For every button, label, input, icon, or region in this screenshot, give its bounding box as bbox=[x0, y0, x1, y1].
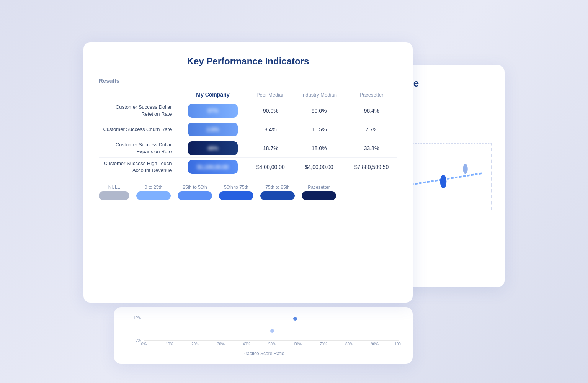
industry-median-value: 10.5% bbox=[292, 120, 346, 139]
pacesetter-value: $7,880,509.50 bbox=[346, 158, 397, 177]
legend-item: Pacesetter bbox=[302, 185, 336, 200]
svg-text:50%: 50% bbox=[268, 342, 276, 346]
chart-card: 10% 0% 0% 10% 20% 30% 40% 50% 60% 70% 80… bbox=[114, 307, 413, 364]
svg-text:70%: 70% bbox=[320, 342, 327, 346]
legend-item: 25th to 50th bbox=[178, 185, 212, 200]
col-header-industry: Industry Median bbox=[292, 89, 346, 101]
chart-x-label: Practice Score Ratio bbox=[126, 351, 401, 356]
peer-median-value: 18.7% bbox=[248, 139, 292, 158]
legend-label: Pacesetter bbox=[308, 185, 330, 190]
svg-text:40%: 40% bbox=[243, 342, 250, 346]
pacesetter-value: 96.4% bbox=[346, 101, 397, 120]
my-company-value: $1,100,00.00 bbox=[177, 158, 249, 177]
pacesetter-value: 2.7% bbox=[346, 120, 397, 139]
company-pill: 48% bbox=[188, 141, 238, 155]
legend-item: 50th to 75th bbox=[219, 185, 253, 200]
legend-item: 0 to 25th bbox=[136, 185, 171, 200]
peer-median-value: 8.4% bbox=[248, 120, 292, 139]
legend-label: NULL bbox=[108, 185, 120, 190]
results-label: Results bbox=[99, 77, 397, 84]
table-row: Customer Success Dollar Retetion Rate 97… bbox=[99, 101, 397, 120]
svg-text:0%: 0% bbox=[141, 342, 147, 346]
industry-median-value: 18.0% bbox=[292, 139, 346, 158]
svg-point-21 bbox=[270, 329, 274, 333]
legend-item: NULL bbox=[99, 185, 129, 200]
pacesetter-value: 33.8% bbox=[346, 139, 397, 158]
svg-text:80%: 80% bbox=[345, 342, 353, 346]
svg-text:30%: 30% bbox=[217, 342, 225, 346]
metric-label: Customer Success Dollar Expansion Rate bbox=[99, 139, 177, 158]
industry-median-value: $4,00,00.00 bbox=[292, 158, 346, 177]
svg-point-4 bbox=[463, 164, 468, 174]
svg-text:90%: 90% bbox=[371, 342, 379, 346]
metric-label: Customer Success Churn Rate bbox=[99, 120, 177, 139]
col-header-pacesetter: Pacesetter bbox=[346, 89, 397, 101]
company-pill: 97% bbox=[188, 104, 238, 118]
legend-item: 75th to 85th bbox=[260, 185, 295, 200]
legend-label: 75th to 85th bbox=[265, 185, 289, 190]
svg-text:100%: 100% bbox=[394, 342, 401, 346]
kpi-card-title: Key Performance Indicators bbox=[99, 56, 397, 67]
svg-text:20%: 20% bbox=[191, 342, 199, 346]
legend-label: 50th to 75th bbox=[224, 185, 248, 190]
svg-text:60%: 60% bbox=[294, 342, 302, 346]
industry-median-value: 90.0% bbox=[292, 101, 346, 120]
svg-point-3 bbox=[440, 175, 447, 188]
svg-point-22 bbox=[293, 317, 297, 321]
legend-label: 25th to 50th bbox=[183, 185, 207, 190]
my-company-value: 2.8% bbox=[177, 120, 249, 139]
chart-area: 10% 0% 0% 10% 20% 30% 40% 50% 60% 70% 80… bbox=[126, 315, 401, 349]
svg-text:10%: 10% bbox=[133, 316, 141, 320]
peer-median-value: $4,00,00.00 bbox=[248, 158, 292, 177]
my-company-value: 97% bbox=[177, 101, 249, 120]
table-row: Customer Success Churn Rate 2.8% 8.4% 10… bbox=[99, 120, 397, 139]
col-header-metric bbox=[99, 89, 177, 101]
metric-label: Customer Success High Touch Account Reve… bbox=[99, 158, 177, 177]
table-row: Customer Success High Touch Account Reve… bbox=[99, 158, 397, 177]
kpi-card: Key Performance Indicators Results My Co… bbox=[83, 42, 413, 303]
svg-text:10%: 10% bbox=[166, 342, 173, 346]
table-row: Customer Success Dollar Expansion Rate 4… bbox=[99, 139, 397, 158]
my-company-value: 48% bbox=[177, 139, 249, 158]
col-header-peer: Peer Median bbox=[248, 89, 292, 101]
company-pill: $1,100,00.00 bbox=[188, 160, 238, 174]
company-pill: 2.8% bbox=[188, 123, 238, 136]
legend-label: 0 to 25th bbox=[145, 185, 163, 190]
peer-median-value: 90.0% bbox=[248, 101, 292, 120]
kpi-table: My Company Peer Median Industry Median P… bbox=[99, 89, 397, 176]
svg-text:0%: 0% bbox=[136, 338, 141, 342]
col-header-mycompany: My Company bbox=[177, 89, 249, 101]
metric-label: Customer Success Dollar Retetion Rate bbox=[99, 101, 177, 120]
legend-row: NULL 0 to 25th 25th to 50th 50th to 75th… bbox=[99, 185, 397, 200]
